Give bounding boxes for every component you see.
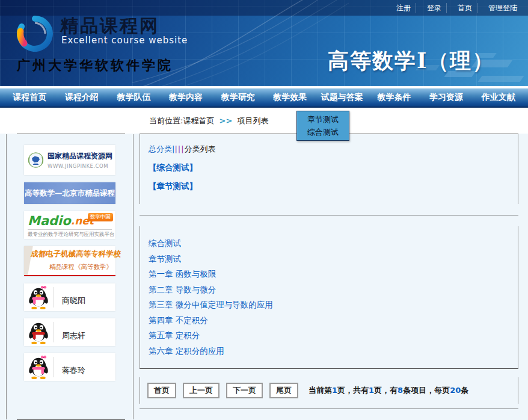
banner-chengdu-title: 成都电子机械高等专科学校 [30, 249, 113, 259]
category-link-comprehensive[interactable]: 【综合测试】 [149, 162, 509, 173]
status-text: 条项目，每页 [403, 386, 450, 395]
list-item[interactable]: 综合测试 [149, 236, 509, 252]
register-link[interactable]: 注册 [391, 3, 416, 13]
pagination-section: 首页 上一页 下一页 尾页 当前第1页，共有1页，有8条项目，每页20条 [140, 377, 518, 404]
qq-contact[interactable]: 蒋春玲 [24, 353, 115, 381]
total-items-number: 8 [398, 386, 403, 395]
nav-item-teaching-conditions[interactable]: 教学条件 [368, 92, 420, 103]
pipe-separator: ||| [174, 144, 184, 153]
breadcrumb-current: 项目列表 [237, 116, 268, 125]
madio-brand-text: Madio [28, 215, 71, 227]
qq-contact-name: 蒋春玲 [62, 365, 85, 376]
breadcrumb-arrow: >> [219, 116, 233, 125]
list-item[interactable]: 章节测试 [149, 252, 509, 267]
header-decoration [477, 76, 524, 82]
breadcrumb-home-link[interactable]: 课程首页 [183, 116, 214, 125]
pagination-status: 当前第1页，共有1页，有8条项目，每页20条 [309, 385, 468, 396]
status-text: 当前第 [309, 386, 332, 395]
site-logo: 精品课程网 Excellent course website 广州大学华软软件学… [17, 16, 188, 75]
main-navigation: 课程首页 课程介绍 教学队伍 教学内容 教学研究 教学效果 试题与答案 教学条件… [0, 88, 528, 108]
admin-login-link[interactable]: 管理登陆 [483, 3, 522, 13]
banner-beijing-title: 高等数学—北京市精品课程 [24, 188, 115, 199]
dropdown-item-comprehensive-test[interactable]: 综合测试 [297, 126, 349, 138]
logo-title: 精品课程网 [60, 16, 188, 36]
list-item[interactable]: 第六章 定积分的应用 [149, 344, 509, 359]
logo-swirl-icon [17, 16, 53, 52]
page-size-number: 20 [450, 386, 461, 395]
qq-contact[interactable]: 周志轩 [24, 318, 115, 346]
logo-subtitle: Excellent course website [61, 35, 188, 46]
nav-item-tests-answers[interactable]: 试题与答案 [316, 92, 369, 103]
list-item[interactable]: 第三章 微分中值定理与导数的应用 [149, 297, 509, 313]
section-gap [140, 369, 518, 377]
next-page-button[interactable]: 下一页 [226, 383, 263, 398]
qq-contact-name: 周志轩 [62, 330, 85, 341]
current-page-number: 1 [332, 386, 337, 395]
breadcrumb-prefix: 当前位置: [149, 116, 183, 125]
category-bar: 总分类||||分类列表 [149, 144, 509, 155]
banner-beijing-course[interactable]: 高等数学—北京市精品课程 [24, 182, 115, 204]
qq-contact[interactable]: 商晓阳 [24, 283, 115, 311]
banner-jingpinke-url: WWW.JINGPINKE.COM [48, 163, 112, 169]
page-header: 注册 登录 首页 管理登陆 精品课程网 Exce [0, 0, 528, 86]
banner-madio[interactable]: Madio .net 数学中国 最专业的数学理论研究与应用实践平台 [24, 211, 115, 239]
home-link[interactable]: 首页 [453, 3, 477, 13]
breadcrumb: 当前位置:课程首页 >> 项目列表 [149, 116, 268, 126]
madio-badge: 数学中国 [88, 213, 113, 221]
breadcrumb-row: 当前位置:课程首页 >> 项目列表 [0, 108, 528, 134]
total-pages-number: 1 [369, 386, 374, 395]
status-text: 条 [461, 386, 468, 395]
qq-penguin-pink-bow-icon [28, 285, 49, 309]
prev-page-button[interactable]: 上一页 [183, 383, 219, 398]
course-title: 高等数学I（理） [328, 47, 494, 75]
dropdown-item-chapter-test[interactable]: 章节测试 [297, 113, 349, 126]
nav-item-teaching-team[interactable]: 教学队伍 [108, 92, 160, 103]
logo-organization: 广州大学华软软件学院 [17, 57, 188, 75]
list-item[interactable]: 第四章 不定积分 [149, 313, 509, 329]
sidebar-box: 国家精品课程资源网 WWW.JINGPINKE.COM 高等数学—北京市精品课程… [6, 134, 134, 419]
category-list-label: 分类列表 [185, 144, 216, 153]
status-text: 页，共有 [337, 386, 369, 395]
qq-penguin-pink-bow-icon [28, 355, 49, 379]
banner-chengdu-school[interactable]: 成都电子机械高等专科学校 精品课程《高等数学》 [24, 246, 115, 276]
status-text: 页，有 [374, 386, 398, 395]
list-item[interactable]: 第一章 函数与极限 [149, 267, 509, 282]
category-all-link[interactable]: 总分类 [149, 144, 172, 153]
section-gap [140, 404, 518, 409]
madio-tagline: 最专业的数学理论研究与应用实践平台 [28, 229, 112, 238]
banner-chengdu-subtitle: 精品课程《高等数学》 [27, 263, 112, 271]
nav-item-learning-resources[interactable]: 学习资源 [420, 92, 473, 103]
nav-item-teaching-results[interactable]: 教学效果 [264, 92, 316, 103]
nav-item-teaching-content[interactable]: 教学内容 [160, 92, 212, 103]
content-area: 国家精品课程资源网 WWW.JINGPINKE.COM 高等数学—北京市精品课程… [0, 134, 528, 420]
nav-item-homework-literature[interactable]: 作业文献 [472, 92, 524, 103]
last-page-button[interactable]: 尾页 [269, 383, 298, 398]
qq-penguin-red-scarf-icon [28, 320, 49, 344]
first-page-button[interactable]: 首页 [147, 383, 176, 398]
category-section: 总分类||||分类列表 【综合测试】 【章节测试】 [140, 134, 518, 204]
section-gap [140, 215, 518, 226]
list-item[interactable]: 第二章 导数与微分 [149, 282, 509, 298]
category-link-chapter[interactable]: 【章节测试】 [149, 181, 509, 192]
section-gap [140, 204, 518, 215]
login-link[interactable]: 登录 [422, 3, 447, 13]
tests-answers-dropdown: 章节测试 综合测试 [296, 111, 349, 141]
qq-card-divider [53, 322, 54, 342]
main-panel: 总分类||||分类列表 【综合测试】 【章节测试】 综合测试 章节测试 第一章 … [140, 134, 518, 420]
banner-jingpinke-title: 国家精品课程资源网 [48, 151, 112, 161]
qq-card-divider [53, 357, 54, 377]
list-item[interactable]: 第五章 定积分 [149, 328, 509, 344]
banner-jingpinke[interactable]: 国家精品课程资源网 WWW.JINGPINKE.COM [24, 145, 115, 175]
sidebar: 国家精品课程资源网 WWW.JINGPINKE.COM 高等数学—北京市精品课程… [6, 134, 134, 420]
topbar-links: 注册 登录 首页 管理登陆 [391, 3, 522, 13]
item-list-section: 综合测试 章节测试 第一章 函数与极限 第二章 导数与微分 第三章 微分中值定理… [140, 226, 518, 368]
nav-item-course-home[interactable]: 课程首页 [4, 92, 56, 103]
jingpinke-logo-icon [27, 149, 45, 171]
qq-card-divider [53, 287, 54, 307]
main-bottom-rule [140, 409, 518, 409]
qq-contact-name: 商晓阳 [62, 295, 85, 306]
nav-item-course-intro[interactable]: 课程介绍 [56, 92, 108, 103]
nav-item-teaching-research[interactable]: 教学研究 [212, 92, 264, 103]
